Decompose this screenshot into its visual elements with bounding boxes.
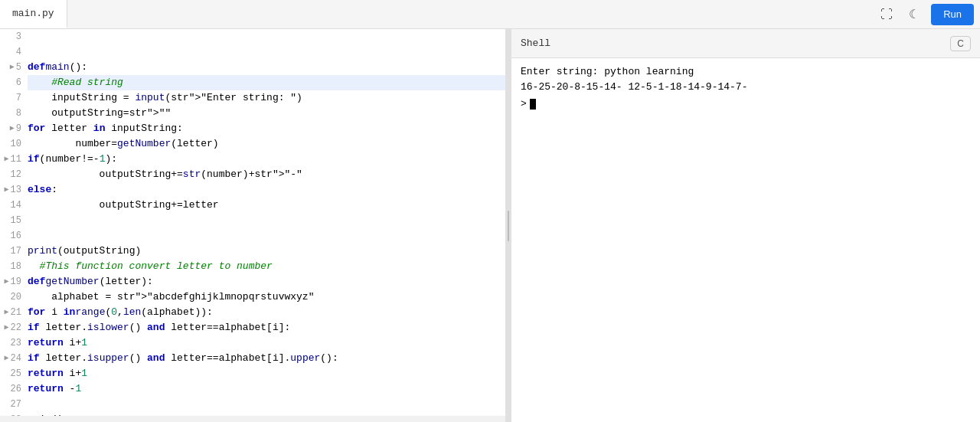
- line-number-25: 25: [3, 366, 21, 381]
- code-lines[interactable]: def main(): #Read string inputString = i…: [28, 29, 505, 416]
- line-number-6: 6: [3, 75, 21, 90]
- code-line-18: #This function convert letter to number: [28, 259, 505, 274]
- shell-prompt[interactable]: >: [521, 97, 971, 112]
- moon-icon: ☾: [909, 7, 920, 21]
- code-line-24: if letter.isupper() and letter==alphabet…: [28, 351, 505, 366]
- code-line-21: for i in range(0,len(alphabet)):: [28, 305, 505, 320]
- editor-pane: 34▶5678▶910▶1112▶131415161718▶1920▶21▶22…: [0, 29, 505, 422]
- tab-main-py[interactable]: main.py: [0, 0, 67, 28]
- line-number-16: 16: [3, 228, 21, 244]
- run-button[interactable]: Run: [931, 4, 974, 25]
- shell-content[interactable]: Enter string: python learning16-25-20-8-…: [511, 58, 980, 422]
- code-line-15: [28, 213, 505, 228]
- main-content: 34▶5678▶910▶1112▶131415161718▶1920▶21▶22…: [0, 29, 980, 422]
- shell-title: Shell: [521, 38, 550, 49]
- shell-prompt-symbol: >: [521, 97, 527, 112]
- code-line-14: outputString+=letter: [28, 198, 505, 213]
- shell-header: Shell C: [511, 29, 980, 58]
- code-line-16: [28, 228, 505, 244]
- line-number-20: 20: [3, 290, 21, 305]
- clear-label: C: [957, 38, 964, 49]
- code-line-27: [28, 397, 505, 412]
- code-line-23: return i+1: [28, 335, 505, 351]
- toolbar-right: ⛶ ☾ Run: [876, 4, 980, 25]
- tab-area: main.py: [0, 0, 67, 28]
- shell-output-line: Enter string: python learning: [521, 64, 971, 80]
- line-number-24: ▶24: [3, 351, 21, 366]
- line-number-22: ▶22: [3, 320, 21, 335]
- line-number-5: ▶5: [3, 60, 21, 75]
- line-number-17: 17: [3, 244, 21, 259]
- top-bar: main.py ⛶ ☾ Run: [0, 0, 980, 29]
- line-number-7: 7: [3, 90, 21, 106]
- code-line-7: inputString = input(str">"Enter string: …: [28, 90, 505, 106]
- shell-pane: Shell C Enter string: python learning16-…: [511, 29, 980, 422]
- line-number-26: 26: [3, 381, 21, 397]
- fullscreen-button[interactable]: ⛶: [876, 4, 897, 25]
- pane-divider: [505, 29, 511, 422]
- code-line-22: if letter.islower() and letter==alphabet…: [28, 320, 505, 335]
- line-number-14: 14: [3, 198, 21, 213]
- code-line-11: if(number!=-1):: [28, 152, 505, 167]
- shell-cursor: [530, 99, 536, 110]
- code-line-17: print(outputString): [28, 244, 505, 259]
- code-line-9: for letter in inputString:: [28, 121, 505, 136]
- line-number-11: ▶11: [3, 152, 21, 167]
- code-line-5: def main():: [28, 60, 505, 75]
- line-number-12: 12: [3, 167, 21, 182]
- code-line-8: outputString=str">"": [28, 106, 505, 121]
- dark-mode-button[interactable]: ☾: [903, 4, 925, 25]
- code-line-26: return -1: [28, 381, 505, 397]
- line-number-27: 27: [3, 397, 21, 412]
- fullscreen-icon: ⛶: [880, 8, 893, 21]
- shell-header-right: C: [950, 36, 971, 51]
- shell-clear-button[interactable]: C: [950, 36, 971, 51]
- line-number-23: 23: [3, 335, 21, 351]
- line-number-9: ▶9: [3, 121, 21, 136]
- code-line-19: def getNumber(letter):: [28, 274, 505, 290]
- shell-output-line: 16-25-20-8-15-14- 12-5-1-18-14-9-14-7-: [521, 80, 971, 95]
- line-number-10: 10: [3, 136, 21, 152]
- code-line-25: return i+1: [28, 366, 505, 381]
- code-line-20: alphabet = str">"abcdefghijklmnopqrstuvw…: [28, 290, 505, 305]
- line-numbers: 34▶5678▶910▶1112▶131415161718▶1920▶21▶22…: [0, 29, 28, 416]
- line-number-19: ▶19: [3, 274, 21, 290]
- editor-scroll-area[interactable]: 34▶5678▶910▶1112▶131415161718▶1920▶21▶22…: [0, 29, 505, 416]
- code-line-13: else:: [28, 182, 505, 198]
- line-number-4: 4: [3, 44, 21, 60]
- line-number-15: 15: [3, 213, 21, 228]
- line-number-13: ▶13: [3, 182, 21, 198]
- code-line-3: [28, 29, 505, 44]
- code-line-12: outputString+=str(number)+str">"-": [28, 167, 505, 182]
- code-line-6: #Read string: [28, 75, 505, 90]
- line-number-18: 18: [3, 259, 21, 274]
- editor-bottom-scrollbar[interactable]: [0, 416, 505, 422]
- tab-label: main.py: [12, 8, 54, 19]
- line-number-21: ▶21: [3, 305, 21, 320]
- line-number-3: 3: [3, 29, 21, 44]
- code-line-10: number=getNumber(letter): [28, 136, 505, 152]
- code-line-4: [28, 44, 505, 60]
- line-number-8: 8: [3, 106, 21, 121]
